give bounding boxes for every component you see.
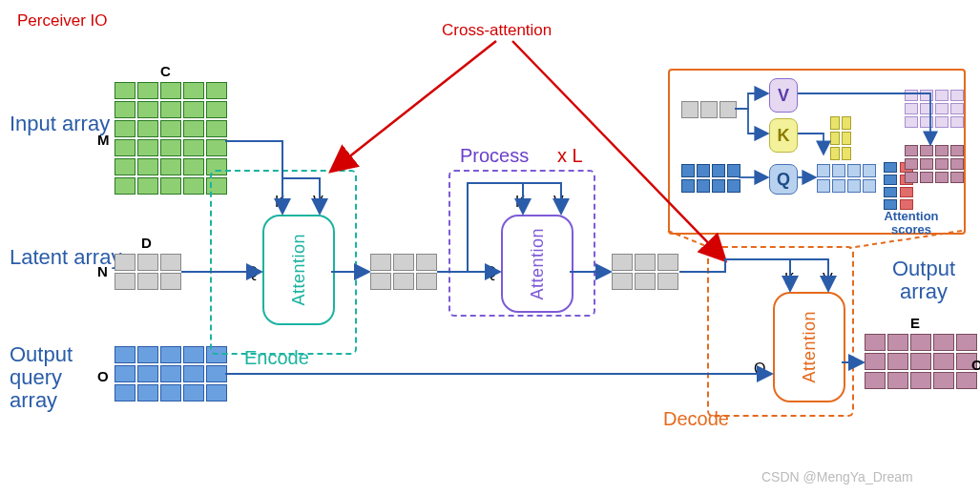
watermark: CSDN @MengYa_Dream <box>761 469 913 484</box>
red-arrow-to-decode <box>512 41 722 257</box>
red-arrow-to-encode <box>334 41 496 169</box>
arrows-layer <box>0 0 980 494</box>
